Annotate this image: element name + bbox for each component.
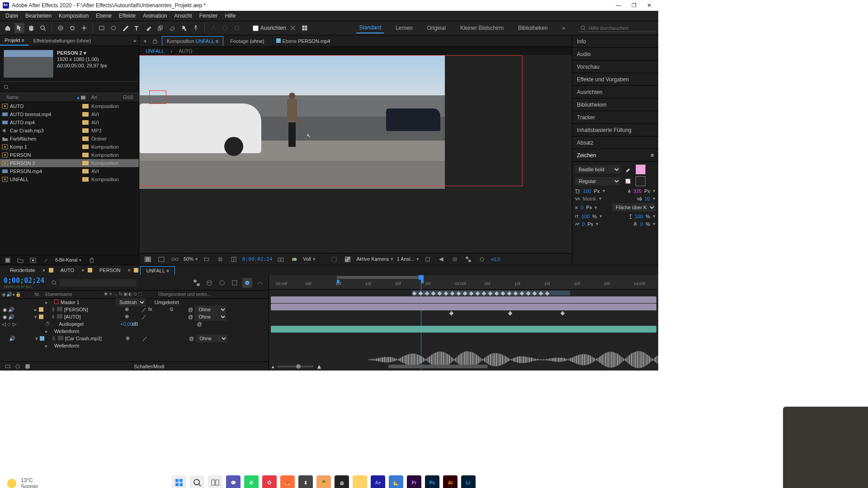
ellipse-tool-icon[interactable]: [108, 23, 118, 33]
project-search-input[interactable]: [9, 84, 135, 91]
layer-row-carcrash[interactable]: 🔊 ▾ 5 [Car Crash.mp3] ⊕／ @Ohne: [0, 335, 269, 342]
premiere-icon[interactable]: Pr: [407, 475, 421, 488]
waveform-row[interactable]: ▸ Wellenform: [0, 328, 269, 335]
clip-person[interactable]: [271, 296, 656, 303]
minimize-button[interactable]: —: [615, 2, 622, 9]
shy-icon[interactable]: [217, 278, 227, 288]
no-fill-icon[interactable]: [623, 176, 633, 186]
parent-select-5[interactable]: Ohne: [196, 334, 227, 343]
viewer-timecode[interactable]: 0;00;02;24: [242, 256, 272, 262]
transparency-grid-icon[interactable]: [343, 254, 353, 264]
bit-depth[interactable]: 8-Bit-Kanal: [55, 258, 81, 263]
resolution-select[interactable]: Voll: [303, 256, 326, 262]
font-size-value[interactable]: 100: [583, 188, 591, 194]
fill-color-swatch[interactable]: [636, 164, 646, 174]
panel-bibliotheken[interactable]: Bibliotheken: [572, 99, 658, 111]
eyedropper-icon[interactable]: [623, 164, 633, 174]
composition-viewer[interactable]: ↖: [139, 55, 572, 253]
help-search[interactable]: [579, 24, 656, 32]
layer-row-person[interactable]: ◉🔊 ▸ 3 [PERSON] ⊕／fx⊙ @Ohne: [0, 306, 269, 313]
menu-hilfe[interactable]: Hilfe: [222, 13, 238, 19]
alpha-toggle-icon[interactable]: [143, 254, 153, 264]
close-button[interactable]: ✕: [646, 2, 653, 9]
glasses-icon[interactable]: [170, 254, 180, 264]
view-axis-icon[interactable]: [232, 23, 242, 33]
camera-select[interactable]: Aktive Kamera: [356, 256, 393, 262]
switches-label[interactable]: Schalter/Modi: [134, 364, 164, 369]
keyframe[interactable]: [508, 311, 513, 316]
baseline-value[interactable]: 0: [582, 221, 585, 227]
tab-footage[interactable]: Footage (ohne): [225, 36, 269, 46]
hand-tool-icon[interactable]: [26, 23, 36, 33]
workspace-lernen[interactable]: Lernen: [393, 23, 415, 33]
opera-icon[interactable]: O: [262, 475, 277, 488]
graph-editor-icon[interactable]: [255, 278, 265, 288]
snap-checkbox[interactable]: [253, 25, 259, 31]
handbrake-icon[interactable]: 🍍: [316, 475, 331, 488]
menu-animation[interactable]: Animation: [140, 13, 170, 19]
project-item[interactable]: UNFALLKomposition: [0, 175, 139, 183]
jdownloader-icon[interactable]: ⬇: [298, 475, 313, 488]
tab-effect-controls[interactable]: Effekteinstellungen (ohne): [29, 36, 96, 45]
timecode[interactable]: 0;00;02;24: [4, 277, 44, 285]
keyframe[interactable]: [561, 311, 565, 316]
snap-grid-icon[interactable]: [300, 23, 310, 33]
project-item[interactable]: FarbflächenOrdner: [0, 135, 139, 143]
hscale-value[interactable]: 100: [635, 214, 643, 219]
snap-options-icon[interactable]: [288, 23, 298, 33]
media-encoder-icon[interactable]: 📐: [389, 475, 403, 488]
puppet-tool-icon[interactable]: [191, 23, 201, 33]
panel-absatz[interactable]: Absatz: [572, 136, 658, 149]
project-item[interactable]: AUTO bremst.mp4AVI: [0, 110, 139, 118]
stroke-order-select[interactable]: Fläche über Kon...: [612, 203, 656, 211]
mask-mode-select[interactable]: Subtrahi: [116, 298, 146, 306]
rectangle-tool-icon[interactable]: [97, 23, 107, 33]
menu-komposition[interactable]: Komposition: [56, 13, 91, 19]
mask-toggle-icon[interactable]: [156, 254, 166, 264]
timeline-track-area[interactable]: 02:00f05f10f15f20f25f03:00f05f10f15f20f2…: [269, 275, 658, 371]
vscale-value[interactable]: 100: [581, 214, 590, 219]
stroke-color-swatch[interactable]: [636, 176, 646, 186]
flowchart-icon[interactable]: [463, 254, 473, 264]
type-tool-icon[interactable]: T: [132, 23, 142, 33]
eye-icon[interactable]: ◉: [2, 307, 8, 313]
workspace-kleiner[interactable]: Kleiner Bildschirm: [458, 23, 506, 33]
panel-tracker[interactable]: Tracker: [572, 111, 658, 124]
project-item[interactable]: Komp 1Komposition: [0, 143, 139, 151]
comp-breadcrumb[interactable]: UNFALL ‹ AUTO: [139, 47, 572, 55]
task-view-icon[interactable]: [208, 475, 222, 488]
project-item[interactable]: PERSON 2Komposition: [0, 159, 139, 167]
render-icon[interactable]: [23, 361, 33, 371]
font-style-select[interactable]: Regular: [575, 177, 620, 185]
motion-blur-icon[interactable]: [242, 278, 252, 288]
panel-vorschau[interactable]: Vorschau: [572, 61, 658, 73]
start-button[interactable]: [172, 475, 186, 488]
maximize-button[interactable]: ❐: [630, 2, 637, 9]
menu-datei[interactable]: Datei: [3, 13, 21, 19]
tab-project[interactable]: Projekt ≡: [0, 36, 29, 46]
time-ruler[interactable]: 02:00f05f10f15f20f25f03:00f05f10f15f20f2…: [269, 275, 658, 290]
reset-exposure-icon[interactable]: [477, 254, 487, 264]
new-folder-icon[interactable]: [15, 255, 25, 265]
fast-preview-icon[interactable]: [436, 254, 446, 264]
lock-tab-icon[interactable]: [150, 36, 160, 46]
search-taskbar-icon[interactable]: [190, 475, 204, 488]
project-list[interactable]: AUTOKompositionAUTO bremst.mp4AVIAUTO.mp…: [0, 102, 139, 255]
interpret-footage-icon[interactable]: [3, 255, 13, 265]
photoshop-icon[interactable]: Ps: [425, 475, 439, 488]
pen-tool-icon[interactable]: [120, 23, 130, 33]
zoom-select[interactable]: 50%: [184, 256, 198, 262]
trash-icon[interactable]: [87, 255, 97, 265]
mask-row[interactable]: ▸ Maske 1 Subtrahi Umgekehrt: [0, 299, 269, 306]
font-family-select[interactable]: Bastile bold: [575, 165, 620, 174]
panel-overflow-icon[interactable]: »: [133, 38, 139, 43]
menu-effekte[interactable]: Effekte: [116, 13, 138, 19]
illustrator-icon[interactable]: Ai: [443, 475, 458, 488]
horizontal-scrollbar[interactable]: [388, 365, 488, 368]
panel-ausrichten[interactable]: Ausrichten: [572, 86, 658, 99]
resolution-toggle-icon[interactable]: [202, 254, 212, 264]
rotate-tool-icon[interactable]: [67, 23, 77, 33]
new-comp-icon[interactable]: [28, 255, 38, 265]
orbit-tool-icon[interactable]: [56, 23, 66, 33]
menu-ebene[interactable]: Ebene: [93, 13, 114, 19]
